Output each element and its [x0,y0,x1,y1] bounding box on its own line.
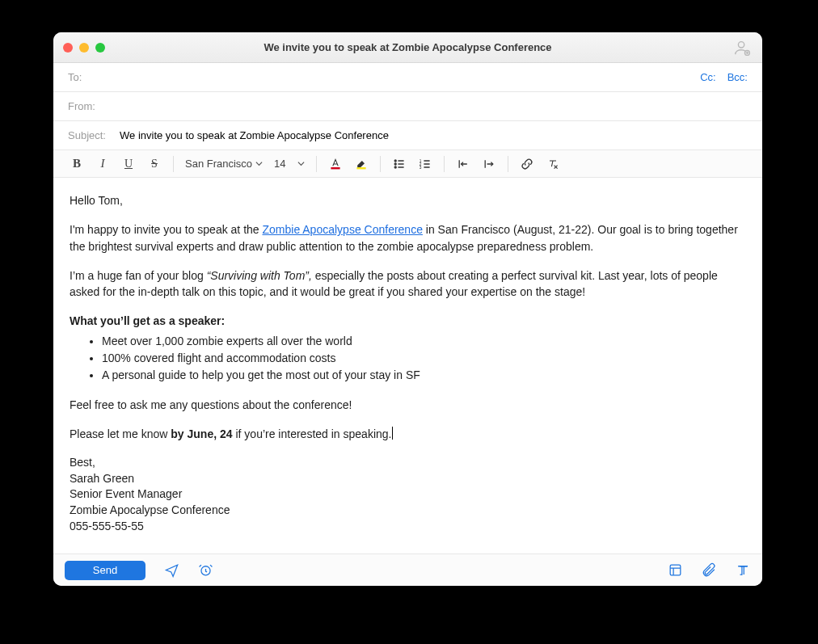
conference-link[interactable]: Zombie Apocalypse Conference [262,223,422,236]
reminder-icon[interactable] [197,562,213,579]
indent-button[interactable] [479,154,500,174]
from-field[interactable] [118,99,748,113]
text-cursor [392,427,393,440]
message-body[interactable]: Hello Tom, I'm happy to invite you to sp… [53,178,762,554]
insert-link-button[interactable] [517,154,538,174]
benefits-heading: What you’ll get as a speaker: [70,313,746,329]
bold-button[interactable]: B [66,154,87,174]
close-window-button[interactable] [63,43,73,53]
outdent-button[interactable] [453,154,474,174]
send-button[interactable]: Send [65,561,145,580]
window-title: We invite you to speak at Zombie Apocaly… [264,41,551,53]
cc-toggle[interactable]: Cc: [700,71,716,83]
subject-label: Subject: [68,129,118,141]
paragraph-2: I’m a huge fan of your blog “Surviving w… [70,267,746,301]
font-size-value: 14 [274,158,285,170]
compose-window: We invite you to speak at Zombie Apocaly… [53,32,762,586]
to-label: To: [68,71,118,83]
from-label: From: [68,100,118,112]
svg-point-6 [394,166,396,167]
add-contact-button[interactable] [733,39,751,57]
svg-point-0 [738,42,744,48]
format-toggle-icon[interactable] [735,562,751,579]
format-toolbar: B I U S San Francisco 14 123 [53,150,762,178]
clear-formatting-button[interactable] [542,154,563,174]
font-family-select[interactable]: San Francisco [182,158,266,170]
to-field[interactable] [118,70,700,84]
from-row: From: [53,92,762,121]
subject-row: Subject: [53,121,762,150]
send-later-icon[interactable] [163,562,179,579]
template-icon[interactable] [667,562,683,579]
traffic-lights [63,43,105,53]
highlight-color-button[interactable] [351,154,372,174]
strikethrough-button[interactable]: S [144,154,165,174]
svg-rect-11 [670,565,681,575]
greeting: Hello Tom, [70,192,746,208]
font-family-value: San Francisco [185,158,252,170]
font-size-select[interactable]: 14 [271,158,307,170]
chevron-down-icon [255,160,263,167]
paragraph-3: Feel free to ask me any questions about … [70,397,746,413]
bulleted-list-button[interactable] [389,154,410,174]
list-item: 100% covered flight and accommodation co… [102,350,746,366]
minimize-window-button[interactable] [79,43,89,53]
to-row: To: Cc: Bcc: [53,63,762,92]
deadline: by June, 24 [171,427,232,440]
maximize-window-button[interactable] [95,43,105,53]
footer-bar: Send [53,554,762,586]
subject-field[interactable] [118,128,748,142]
numbered-list-button[interactable]: 123 [415,154,436,174]
paragraph-1: I'm happy to invite you to speak at the … [70,221,746,255]
signature: Best, Sarah Green Senior Event Manager Z… [70,455,746,534]
blog-name: “Surviving with Tom”, [207,269,312,282]
title-bar[interactable]: We invite you to speak at Zombie Apocaly… [53,32,762,63]
paragraph-4: Please let me know by June, 24 if you’re… [70,426,746,442]
svg-text:3: 3 [419,165,421,169]
benefits-list: Meet over 1,000 zombie experts all over … [70,333,746,384]
underline-button[interactable]: U [118,154,139,174]
list-item: Meet over 1,000 zombie experts all over … [102,333,746,349]
bcc-toggle[interactable]: Bcc: [727,71,748,83]
list-item: A personal guide to help you get the mos… [102,367,746,383]
svg-rect-3 [356,167,365,169]
chevron-down-icon [297,160,305,167]
italic-button[interactable]: I [92,154,113,174]
svg-point-5 [394,162,396,164]
text-color-button[interactable] [325,154,346,174]
svg-rect-2 [331,167,339,169]
attachment-icon[interactable] [701,562,717,579]
svg-point-4 [394,159,396,161]
